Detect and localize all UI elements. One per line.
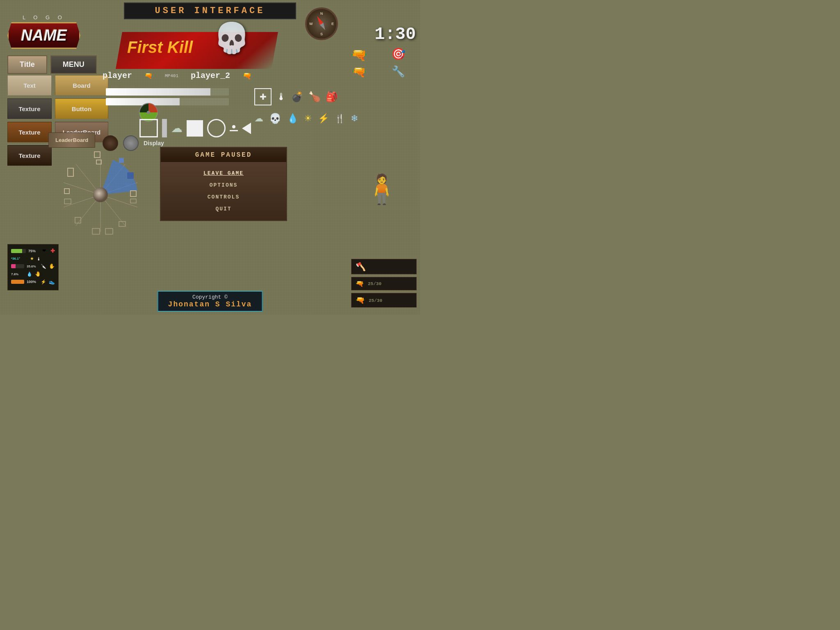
svg-rect-16	[127, 172, 134, 179]
sun-icon: ☀	[304, 113, 312, 124]
player2-name: player_2	[191, 71, 230, 80]
medkit-icon: ✚	[50, 248, 55, 254]
texture-row-4: Texture	[7, 145, 52, 166]
compass-south: S	[320, 32, 323, 36]
health-pct: 75%	[28, 249, 40, 253]
skull-icon: 💀	[269, 113, 281, 124]
energy-bar	[11, 280, 24, 284]
square-filled-shape	[187, 120, 203, 137]
paused-item-leave[interactable]: LEAVE GAME	[203, 170, 244, 176]
health-bar	[11, 249, 26, 253]
compass-north: N	[320, 11, 323, 16]
cloud-icon: ☁	[254, 113, 263, 124]
svg-rect-15	[119, 158, 124, 163]
hud-stamina-row: 35.6% 🔪 ✋	[11, 263, 55, 269]
texture-row-1: Text Board	[7, 75, 108, 96]
health-bars-area	[106, 88, 229, 108]
player2-weapon-icon: 🔫	[242, 71, 251, 80]
bolt-icon: ⚡	[41, 279, 46, 285]
paused-item-options[interactable]: OPTIONS	[210, 182, 238, 188]
hud-health-row: 75% ❤ ✚	[11, 248, 55, 254]
compass: N S E W	[305, 7, 338, 40]
hand2-icon: 🤚	[35, 271, 41, 277]
fork-icon: 🍴	[335, 114, 345, 123]
player1-weapon-label: MP401	[165, 73, 178, 78]
svg-rect-19	[68, 168, 73, 176]
stamina-pct: 35.6%	[27, 265, 38, 268]
health-plus-icon: ✚	[254, 88, 272, 105]
player-hud: 75% ❤ ✚ *36.1° ★ 🌡 35.6% 🔪 ✋ 7.6% 💧 🤚 10…	[7, 244, 59, 290]
stamina-bar	[11, 264, 24, 268]
header-title: USER INTERFACE	[155, 6, 265, 16]
button-texture-right-2: Button	[55, 98, 108, 119]
grenade-icon: 💣	[291, 91, 304, 103]
star-icon: ★	[30, 256, 34, 261]
shotgun-icon: 🔧	[380, 65, 417, 79]
water-pct: 7.6%	[11, 272, 24, 276]
knife-icon: 🔪	[41, 264, 46, 269]
skull-decoration: 💀	[213, 21, 250, 55]
backpack-icon: 🎒	[326, 91, 338, 103]
energy-bar-fill	[11, 280, 24, 284]
soldier-silhouette: 🧍	[364, 172, 399, 206]
svg-rect-18	[130, 199, 136, 203]
pistol2-icon: 🔫	[340, 65, 377, 79]
svg-point-12	[93, 187, 108, 202]
weapon-slot-2[interactable]: 🔫 25/30	[351, 277, 417, 290]
thermo-icon: 🌡	[37, 256, 41, 261]
logo-label: L O G O	[7, 14, 80, 21]
cloud-shape-icon: ☁	[171, 121, 183, 135]
player1-name: player	[103, 71, 132, 80]
svg-rect-23	[92, 228, 100, 234]
drop-icon: 💧	[27, 272, 32, 277]
energy-pct: 100%	[27, 280, 38, 284]
snowflake-icon: ❄	[351, 113, 358, 124]
pistol-icon: 🔫	[356, 280, 364, 288]
texture-left-3: Texture	[7, 122, 52, 142]
texture-left-2: Texture	[7, 98, 52, 119]
logo-name-text: NAME	[21, 27, 67, 44]
axe-icon: 🪓	[356, 262, 366, 272]
weapon-slot-3[interactable]: 🔫 25/30	[351, 293, 417, 308]
texture-row-2: Texture Button	[7, 98, 108, 119]
svg-rect-24	[105, 228, 113, 234]
paused-item-quit[interactable]: QUIT	[215, 206, 231, 212]
radial-wheel	[55, 150, 146, 240]
menu-button[interactable]: MENU	[50, 55, 97, 74]
fist-icon: 👟	[49, 279, 55, 285]
leaderboard-button-wrap[interactable]: LeaderBoard	[48, 132, 95, 148]
temp-val: *36.1°	[11, 257, 27, 260]
triangle-shape	[242, 123, 251, 134]
stamina-bar-fill	[11, 264, 16, 268]
text-texture-left-1: Text	[7, 75, 52, 96]
lightning-icon: ⚡	[318, 113, 329, 124]
weapon-slots: 🪓 🔫 25/30 🔫 25/30	[351, 259, 417, 308]
logo-name-box: NAME	[7, 22, 80, 49]
shapes-row: ☁	[139, 119, 251, 137]
pistol-ammo: 25/30	[368, 281, 381, 287]
paused-item-controls[interactable]: CONTROLS	[208, 194, 240, 200]
rect-shape	[162, 119, 167, 137]
ak47-icon: 🔫	[340, 47, 377, 63]
health-bar-1	[106, 88, 229, 96]
svg-rect-21	[64, 199, 71, 204]
water-drop-icon: 💧	[287, 113, 298, 124]
weapon-slot-1[interactable]: 🪓	[351, 259, 417, 274]
sniper-icon: 🎯	[380, 47, 417, 63]
heart-icon: ❤	[42, 248, 48, 253]
leaderboard-button[interactable]: LeaderBoard	[48, 132, 95, 148]
chicken-icon: 🍗	[308, 91, 321, 103]
game-timer: 1:30	[374, 25, 416, 44]
display-row: Display	[103, 135, 164, 151]
small-shapes-group	[230, 125, 238, 131]
display-label: Display	[144, 140, 164, 146]
health-bar-fill	[11, 249, 22, 253]
square-outline-shape	[139, 119, 158, 137]
title-button[interactable]: Title	[7, 55, 47, 74]
copyright-bar: Copyright © Jhonatan S Silva	[158, 291, 263, 312]
paused-menu-items: LEAVE GAME OPTIONS CONTROLS QUIT	[161, 162, 286, 220]
display-gray-circle	[123, 135, 139, 151]
first-kill-text: First Kill	[119, 32, 275, 63]
texture-left-4: Texture	[7, 145, 52, 166]
first-kill-banner: First Kill	[119, 32, 275, 69]
